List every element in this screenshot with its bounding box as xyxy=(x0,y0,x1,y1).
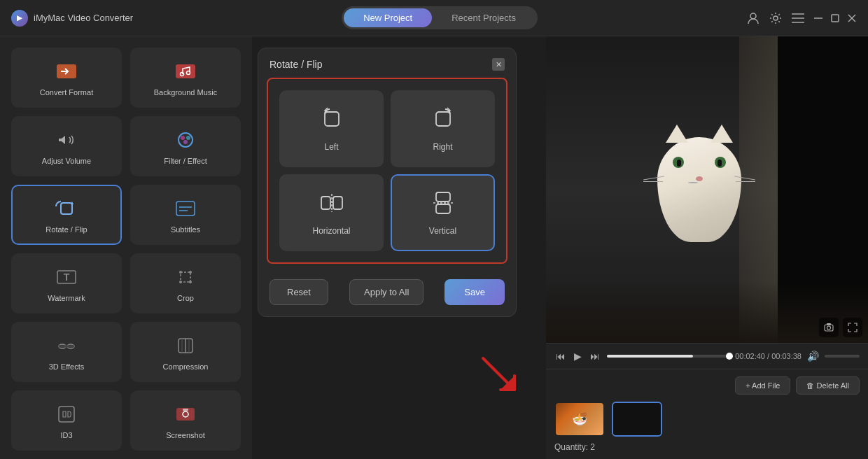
sidebar-item-convert-format-label: Convert Format xyxy=(40,88,93,97)
title-bar-left: ▶ iMyMac Video Converter xyxy=(11,10,133,27)
sidebar-item-watermark-label: Watermark xyxy=(48,294,85,302)
svg-rect-45 xyxy=(436,204,450,213)
sidebar-item-filter-effect-label: Filter / Effect xyxy=(164,157,207,165)
sidebar-item-rotate-flip-label: Rotate / Flip xyxy=(46,225,87,234)
close-button[interactable] xyxy=(847,13,857,23)
apply-to-all-button[interactable]: Apply to All xyxy=(349,279,424,305)
sidebar-item-background-music[interactable]: Background Music xyxy=(130,48,241,108)
subtitles-icon xyxy=(173,196,198,221)
sidebar-item-crop[interactable]: Crop xyxy=(130,253,241,313)
delete-all-button[interactable]: 🗑 Delete All xyxy=(796,376,860,395)
add-file-button[interactable]: + Add File xyxy=(735,376,790,395)
rotate-right-option[interactable]: Right xyxy=(391,90,495,167)
crop-icon xyxy=(173,264,198,290)
user-icon[interactable] xyxy=(746,11,760,25)
svg-text:T: T xyxy=(64,271,70,283)
convert-format-icon xyxy=(54,59,79,84)
svg-point-49 xyxy=(827,326,831,330)
arrow-indicator xyxy=(476,351,525,403)
sidebar-item-crop-label: Crop xyxy=(177,294,194,302)
fullscreen-icon[interactable] xyxy=(843,318,862,337)
tab-bar: New Project Recent Projects xyxy=(342,6,538,29)
volume-bar[interactable] xyxy=(825,355,860,358)
volume-icon[interactable]: 🔊 xyxy=(807,351,819,362)
sidebar-item-compression[interactable]: Compression xyxy=(130,322,241,382)
sidebar-item-background-music-label: Background Music xyxy=(154,88,218,97)
sidebar-item-id3[interactable]: ID3 xyxy=(11,390,122,451)
3d-effects-icon xyxy=(54,333,79,358)
svg-rect-40 xyxy=(436,112,450,126)
svg-point-27 xyxy=(189,281,192,283)
sidebar-item-convert-format[interactable]: Convert Format xyxy=(11,48,122,108)
id3-icon xyxy=(54,402,79,427)
rotate-options-grid: Left Right xyxy=(279,85,495,257)
svg-point-15 xyxy=(186,136,190,140)
svg-point-1 xyxy=(774,16,778,20)
background-music-icon xyxy=(173,59,198,84)
flip-horizontal-label: Horizontal xyxy=(312,226,350,236)
filter-effect-icon xyxy=(173,127,198,153)
sidebar-item-watermark[interactable]: T Watermark xyxy=(11,253,122,313)
video-placeholder xyxy=(546,36,868,343)
tab-new-project[interactable]: New Project xyxy=(344,8,432,27)
rotate-flip-icon xyxy=(54,196,79,221)
settings-icon[interactable] xyxy=(769,11,783,25)
modal-header: Rotate / Flip ✕ xyxy=(258,48,516,78)
app-logo: ▶ xyxy=(11,10,28,27)
sidebar-item-adjust-volume-label: Adjust Volume xyxy=(42,157,91,165)
svg-rect-18 xyxy=(176,202,195,216)
flip-vertical-option[interactable]: Vertical xyxy=(391,174,495,251)
modal-close-button[interactable]: ✕ xyxy=(492,58,505,71)
rotate-left-option[interactable]: Left xyxy=(279,90,384,167)
svg-point-26 xyxy=(179,281,182,283)
window-controls xyxy=(813,13,857,23)
sidebar: Convert Format Background Music xyxy=(0,36,252,459)
save-button[interactable]: Save xyxy=(444,279,505,305)
file-thumbnails: 🍜 xyxy=(554,402,860,437)
compression-icon xyxy=(173,333,198,358)
file-panel-header: + Add File 🗑 Delete All xyxy=(554,376,860,395)
reset-button[interactable]: Reset xyxy=(270,279,328,305)
screenshot-icon xyxy=(173,402,198,427)
flip-vertical-label: Vertical xyxy=(429,226,456,236)
red-arrow-icon xyxy=(476,351,525,400)
svg-rect-38 xyxy=(183,409,188,411)
time-display: 00:02:40 / 00:03:38 xyxy=(735,352,802,360)
video-panel: ⏮ ▶ ⏭ 00:02:40 / 00:03:38 🔊 + Add File 🗑… xyxy=(546,36,868,459)
thumbnail-2[interactable] xyxy=(612,402,662,437)
tab-recent-projects[interactable]: Recent Projects xyxy=(432,8,536,27)
flip-vertical-icon xyxy=(430,190,456,220)
rotate-right-icon xyxy=(430,106,456,136)
rotate-flip-modal: Rotate / Flip ✕ xyxy=(258,48,517,317)
modal-title: Rotate / Flip xyxy=(270,59,322,70)
sidebar-item-adjust-volume[interactable]: Adjust Volume xyxy=(11,116,122,176)
svg-rect-10 xyxy=(176,64,195,78)
rotate-right-label: Right xyxy=(433,142,452,152)
title-bar: ▶ iMyMac Video Converter New Project Rec… xyxy=(0,0,868,36)
sidebar-item-filter-effect[interactable]: Filter / Effect xyxy=(130,116,241,176)
skip-forward-button[interactable]: ⏭ xyxy=(589,349,601,363)
svg-rect-17 xyxy=(61,203,72,214)
restore-button[interactable] xyxy=(830,13,840,23)
modal-footer: Reset Apply to All Save xyxy=(258,272,516,316)
sidebar-item-3d-effects[interactable]: 3D Effects xyxy=(11,322,122,382)
menu-icon[interactable] xyxy=(791,11,805,25)
flip-horizontal-option[interactable]: Horizontal xyxy=(279,174,384,251)
modal-body: Left Right xyxy=(267,78,507,264)
sidebar-item-rotate-flip[interactable]: Rotate / Flip xyxy=(11,185,122,245)
svg-point-0 xyxy=(750,13,756,19)
progress-bar[interactable] xyxy=(607,355,729,358)
progress-fill xyxy=(607,355,693,358)
thumbnail-1[interactable]: 🍜 xyxy=(554,402,605,437)
minimize-button[interactable] xyxy=(813,13,823,23)
svg-point-16 xyxy=(183,140,188,144)
camera-icon[interactable] xyxy=(819,318,839,337)
adjust-volume-icon xyxy=(54,127,79,153)
play-pause-button[interactable]: ▶ xyxy=(573,349,583,363)
skip-back-button[interactable]: ⏮ xyxy=(554,349,567,363)
sidebar-item-screenshot[interactable]: Screenshot xyxy=(130,390,241,451)
sidebar-item-subtitles[interactable]: Subtitles xyxy=(130,185,241,245)
svg-rect-48 xyxy=(825,325,833,331)
svg-point-14 xyxy=(181,136,185,140)
svg-rect-41 xyxy=(321,197,330,209)
